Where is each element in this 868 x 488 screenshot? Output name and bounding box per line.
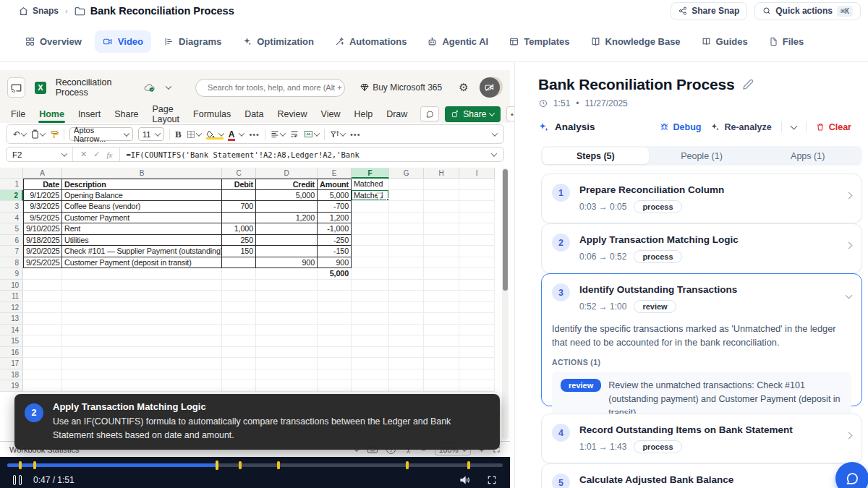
chat-button[interactable] (835, 462, 868, 488)
video-timeline[interactable] (7, 463, 503, 467)
cell-I12 (459, 302, 495, 314)
cell-A15 (23, 335, 62, 347)
video-camera-icon (103, 37, 113, 46)
reanalyze-button[interactable]: Re-analyze (710, 122, 771, 132)
cell-A4: 9/5/2025 (23, 213, 62, 224)
fill-color-icon (206, 130, 224, 138)
menu-file: File (10, 107, 26, 121)
cell-D17 (256, 358, 318, 369)
chapter-marker[interactable] (467, 461, 470, 469)
tab-optimization[interactable]: Optimization (234, 30, 322, 53)
volume-icon[interactable] (459, 475, 471, 485)
sheet-row-14: 14 (0, 325, 495, 336)
breadcrumb-snaps-link[interactable]: Snaps (19, 6, 59, 16)
video-player-area[interactable]: X Reconciliation Process Search for tool… (0, 62, 510, 488)
menu-data: Data (244, 107, 264, 121)
share-snap-button[interactable]: Share Snap (671, 2, 747, 20)
tab-templates[interactable]: Templates (501, 30, 577, 53)
font-size-select: 11 (138, 127, 164, 141)
merge-cells-icon (304, 130, 319, 138)
row-header-17: 17 (0, 358, 23, 369)
cell-H6 (424, 235, 459, 247)
cell-A3: 9/3/2025 (23, 201, 62, 213)
chapter-marker[interactable] (406, 461, 409, 469)
cell-F11 (352, 291, 389, 302)
breadcrumb-home-label: Snaps (33, 6, 59, 16)
row-header-10: 10 (0, 280, 23, 291)
tab-overview[interactable]: Overview (17, 30, 90, 53)
tab-agentic-ai[interactable]: Agentic AI (420, 30, 496, 53)
step-card-4[interactable]: 4 Record Outstanding Items on Bank State… (541, 414, 862, 463)
playhead[interactable] (216, 461, 218, 470)
cell-H17 (424, 358, 459, 369)
cell-H19 (424, 380, 459, 392)
cell-G1 (389, 179, 424, 190)
sheet-select-all-corner (0, 168, 23, 179)
cell-G2 (389, 190, 424, 202)
cell-E5: -1,000 (318, 223, 352, 235)
row-header-2: 2 (0, 190, 23, 202)
sheet-row-13: 13 (0, 313, 495, 325)
cell-H8 (424, 257, 459, 269)
tab-knowledge-base[interactable]: Knowledge Base (583, 30, 689, 53)
chevron-right-icon[interactable] (846, 192, 853, 200)
cell-E8: 900 (318, 257, 352, 269)
edit-pencil-icon[interactable] (742, 79, 754, 90)
sheet-row-3: 39/3/2025Coffee Beans (vendor)700-700 (0, 201, 495, 213)
excel-menu-bar: File Home Insert Share Page Layout Formu… (0, 105, 510, 123)
cell-D2: 5,000 (256, 190, 318, 202)
workbook-title: Reconciliation Process (56, 77, 138, 98)
tab-video[interactable]: Video (95, 30, 151, 53)
step-card-2[interactable]: 2 Apply Transaction Matching Logic 0:06 … (541, 223, 862, 273)
cell-A12 (23, 302, 62, 314)
tab-guides[interactable]: Guides (694, 30, 756, 53)
robot-icon (427, 37, 437, 46)
cell-G14 (389, 325, 424, 336)
cell-B15 (62, 335, 222, 347)
chevron-right-icon[interactable] (846, 432, 853, 440)
caption-step-number: 2 (25, 403, 43, 422)
tab-automations[interactable]: Automations (327, 30, 414, 53)
step-card-3[interactable]: 3 Identify Outstanding Transactions 0:52… (541, 273, 862, 406)
column-header-D: D (256, 168, 318, 179)
step-card-1[interactable]: 1 Prepare Reconciliation Column 0:03 → 0… (541, 174, 862, 223)
tab-files[interactable]: Files (761, 30, 812, 53)
quick-actions-button[interactable]: Quick actions ⌘K (754, 2, 861, 20)
cell-H3 (424, 201, 459, 213)
excel-title-bar: X Reconciliation Process Search for tool… (0, 70, 510, 105)
grid-icon (25, 37, 35, 46)
cell-B18 (62, 369, 222, 381)
cell-D16 (256, 347, 318, 359)
chapter-marker[interactable] (239, 461, 242, 469)
debug-button[interactable]: Debug (660, 122, 702, 132)
chapter-marker[interactable] (277, 461, 280, 469)
cell-G6 (389, 235, 424, 247)
clear-button[interactable]: Clear (816, 122, 851, 132)
tab-people[interactable]: People (1) (649, 147, 755, 164)
step-type-badge: review (634, 300, 676, 313)
chapter-marker[interactable] (19, 461, 22, 469)
cell-E4: 1,200 (318, 213, 352, 224)
fullscreen-icon[interactable] (487, 475, 497, 485)
chevron-down-icon[interactable] (846, 292, 853, 299)
font-color-icon: A (229, 129, 244, 140)
row-header-13: 13 (0, 313, 23, 325)
tab-steps[interactable]: Steps (5) (542, 147, 649, 164)
chapter-marker[interactable] (33, 461, 36, 469)
row-header-14: 14 (0, 325, 23, 336)
reanalyze-dropdown-icon[interactable] (790, 122, 797, 129)
caption-title: Apply Transaction Matching Logic (53, 401, 487, 412)
top-actions: Share Snap Quick actions ⌘K (671, 2, 861, 20)
tab-apps[interactable]: Apps (1) (754, 147, 861, 164)
pause-button[interactable] (13, 475, 22, 485)
step-card-5[interactable]: 5 Calculate Adjusted Bank Balance (541, 463, 862, 488)
cell-A16 (23, 347, 62, 359)
tab-diagrams[interactable]: Diagrams (156, 30, 229, 53)
step-type-badge: process (634, 440, 681, 453)
analysis-header: Analysis Debug Re-analyze (538, 121, 851, 132)
cell-I11 (459, 291, 495, 302)
cell-D14 (256, 325, 318, 336)
cell-F1: Matched (352, 179, 389, 190)
chevron-right-icon[interactable] (846, 242, 853, 249)
formula-bar: F2 ✕✓fx =IF(COUNTIFS('Bank Statement'!A2… (6, 147, 504, 162)
